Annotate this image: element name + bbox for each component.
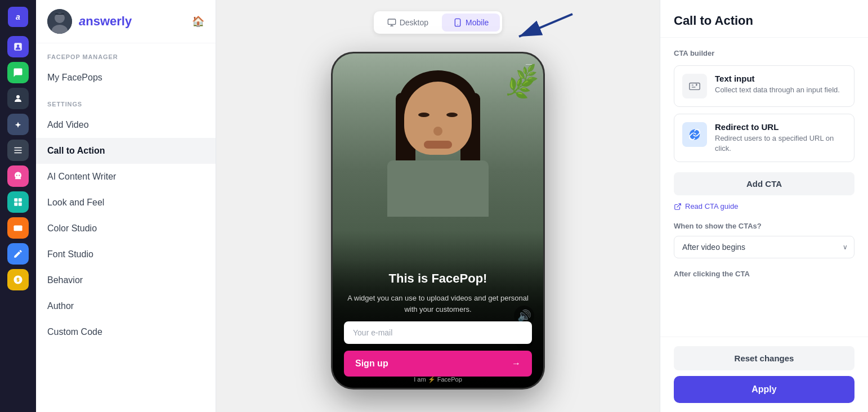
sidebar-item-color-studio[interactable]: Color Studio [36,216,216,241]
home-icon[interactable]: 🏠 [192,15,204,28]
sidebar-item-my-facepops[interactable]: My FacePops [36,65,216,91]
when-to-show-dropdown-wrapper: After video begins Immediately After vid… [674,236,854,258]
right-panel-footer: Reset changes Apply [660,337,868,412]
redirect-url-icon-box [682,122,707,147]
sidebar-item-author[interactable]: Author [36,293,216,319]
right-panel-content: CTA builder Text input Collect text data… [660,38,868,337]
svg-rect-8 [14,198,17,201]
text-input-icon-box [682,74,707,98]
svg-rect-3 [14,147,22,149]
view-toggle: Desktop Mobile [374,11,503,34]
cta-option-text-input[interactable]: Text input Collect text data through an … [674,65,854,107]
svg-rect-18 [455,19,460,26]
person-figure [393,70,483,217]
svg-rect-10 [14,203,17,206]
sidebar-item-custom-code[interactable]: Custom Code [36,319,216,345]
sidebar-item-font-studio[interactable]: Font Studio [36,241,216,267]
svg-point-7 [19,174,20,176]
right-panel: Call to Action CTA builder Text input Co… [660,0,868,412]
nav-icon-user[interactable] [7,88,29,109]
phone-signup-button[interactable]: Sign up → [344,351,532,377]
nav-icon-magic[interactable] [7,114,29,135]
cta-option-text-input-title: Text input [715,74,840,83]
reset-changes-button[interactable]: Reset changes [674,346,854,370]
arrow-annotation [485,8,575,44]
svg-rect-9 [19,198,22,201]
phone-preview: 🌿 🌿 [331,52,545,389]
svg-rect-4 [14,150,22,151]
nav-icon-edit[interactable] [7,243,29,265]
brand-logo-icon[interactable]: a [8,7,28,27]
sidebar-item-ai-content-writer[interactable]: AI Content Writer [36,164,216,190]
svg-point-19 [457,24,458,25]
svg-rect-5 [14,153,22,154]
phone-top-bar: — [526,60,532,67]
avatar[interactable] [47,9,72,34]
phone-preview-subtitle: A widget you can use to upload videos an… [344,293,532,315]
svg-point-6 [16,174,17,176]
sidebar-header: answerly 🏠 [36,0,216,43]
nav-icon-list[interactable] [7,140,29,161]
sidebar: answerly 🏠 FACEPOP MANAGER My FacePops S… [36,0,216,412]
right-panel-title: Call to Action [674,14,854,28]
main-content: Desktop Mobile [216,0,660,412]
sidebar-item-look-and-feel[interactable]: Look and Feel [36,190,216,216]
svg-rect-16 [55,14,64,15]
read-cta-guide-link[interactable]: Read CTA guide [674,202,854,211]
cta-option-text-input-desc: Collect text data through an input field… [715,85,840,95]
sidebar-item-add-video[interactable]: Add Video [36,112,216,138]
after-clicking-label: After clicking the CTA [674,270,854,278]
phone-mockup: 🌿 🌿 [331,52,545,389]
icon-bar: a [0,0,36,412]
svg-rect-11 [19,203,22,206]
nav-icon-message[interactable] [7,217,29,239]
phone-footer: I am ⚡ FacePop [414,376,462,383]
nav-icon-cat[interactable] [7,165,29,187]
phone-email-input[interactable]: Your e-mail [344,321,532,344]
cta-builder-label: CTA builder [674,49,854,57]
cta-option-redirect-url-info: Redirect to URL Redirect users to a spec… [715,122,846,154]
nav-icon-chat[interactable] [7,62,29,83]
sidebar-item-behavior[interactable]: Behavior [36,267,216,293]
settings-label: SETTINGS [36,91,216,112]
cta-option-text-input-info: Text input Collect text data through an … [715,74,840,95]
external-link-icon [674,203,682,211]
phone-preview-title: This is FacePop! [344,271,532,286]
svg-point-1 [17,44,20,47]
apply-button[interactable]: Apply [674,376,854,403]
nav-icon-grid[interactable] [7,191,29,213]
nav-icon-dollar[interactable] [7,269,29,290]
brand-name: answerly [79,14,132,29]
facepop-manager-label: FACEPOP MANAGER [36,43,216,65]
right-panel-header: Call to Action [660,0,868,38]
svg-rect-21 [690,83,700,90]
cta-option-redirect-url-title: Redirect to URL [715,122,846,132]
svg-rect-12 [14,226,23,231]
sidebar-item-call-to-action[interactable]: Call to Action [36,138,216,164]
svg-point-2 [16,95,20,98]
desktop-toggle[interactable]: Desktop [376,14,440,32]
when-to-show-dropdown[interactable]: After video begins Immediately After vid… [674,236,854,258]
cta-option-redirect-url-desc: Redirect users to a specified URL on cli… [715,133,846,154]
nav-icon-facepop[interactable] [7,36,29,57]
cta-option-redirect-url[interactable]: Redirect to URL Redirect users to a spec… [674,114,854,162]
when-to-show-label: When to show the CTAs? [674,222,854,230]
svg-rect-17 [388,19,395,24]
add-cta-button[interactable]: Add CTA [674,172,854,195]
